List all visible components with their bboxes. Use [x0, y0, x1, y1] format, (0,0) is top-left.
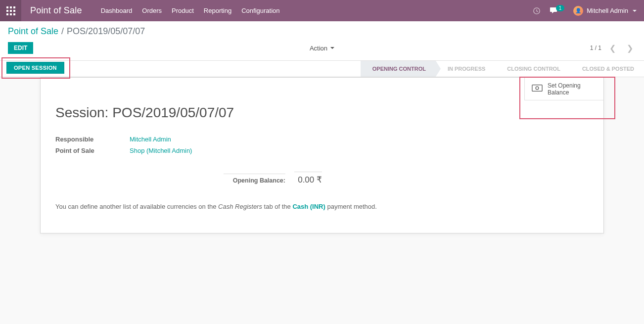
note-part-a: You can define another list of available… [55, 203, 218, 210]
top-navbar: Point of Sale Dashboard Orders Product R… [0, 0, 644, 21]
status-step-closed-posted[interactable]: CLOSED & POSTED [570, 61, 644, 77]
svg-rect-0 [6, 6, 8, 8]
note-part-c: tab of the [262, 203, 292, 210]
svg-rect-5 [13, 10, 15, 12]
nav-item-configuration[interactable]: Configuration [236, 0, 284, 21]
opening-balance-label: Opening Balance: [224, 174, 285, 184]
message-count-badge: 1 [556, 5, 565, 11]
opening-balance-value: 0.00 ₹ [294, 172, 322, 185]
breadcrumb-sep: / [61, 26, 64, 37]
nav-item-orders[interactable]: Orders [137, 0, 167, 21]
svg-rect-3 [6, 10, 8, 12]
currency-note: You can define another list of available… [55, 201, 589, 213]
field-group: Responsible Mitchell Admin Point of Sale… [55, 136, 313, 154]
nav-item-product[interactable]: Product [167, 0, 199, 21]
pos-value[interactable]: Shop (Mitchell Admin) [130, 147, 192, 154]
pos-label: Point of Sale [55, 147, 130, 154]
breadcrumb-root[interactable]: Point of Sale [8, 26, 58, 37]
grid-icon [6, 6, 15, 15]
status-step-in-progress[interactable]: IN PROGRESS [436, 61, 495, 77]
user-name: Mitchell Admin [587, 7, 628, 14]
cash-inr-link[interactable]: Cash (INR) [292, 203, 325, 210]
field-row-pos: Point of Sale Shop (Mitchell Admin) [55, 147, 313, 154]
nav-item-dashboard[interactable]: Dashboard [96, 0, 138, 21]
chevron-down-icon [330, 47, 334, 49]
pager-text: 1 / 1 [590, 45, 601, 51]
svg-rect-7 [10, 13, 12, 15]
sheet-container: Set Opening Balance Session: POS/2019/05… [0, 77, 644, 243]
pager: 1 / 1 ❮ ❯ [590, 43, 636, 54]
app-title: Point of Sale [21, 5, 96, 16]
svg-point-11 [536, 87, 539, 90]
note-cash-registers: Cash Registers [218, 203, 262, 210]
money-bill-icon [532, 84, 543, 93]
session-title: Session: POS/2019/05/07/07 [55, 105, 589, 121]
form-sheet: Set Opening Balance Session: POS/2019/05… [40, 77, 604, 233]
note-part-e: payment method. [325, 203, 377, 210]
apps-launcher-icon[interactable] [0, 0, 21, 21]
responsible-value[interactable]: Mitchell Admin [130, 136, 171, 143]
highlight-open-session: OPEN SESSION [1, 57, 70, 79]
action-label: Action [310, 45, 327, 52]
set-opening-balance-label: Set Opening Balance [548, 82, 598, 96]
status-step-closing-control[interactable]: CLOSING CONTROL [495, 61, 570, 77]
field-row-responsible: Responsible Mitchell Admin [55, 136, 313, 143]
control-panel: Point of Sale / POS/2019/05/07/07 EDIT A… [0, 21, 644, 61]
pager-next-icon[interactable]: ❯ [624, 43, 636, 54]
statusbar: OPEN SESSION OPENING CONTROL IN PROGRESS… [0, 61, 644, 77]
svg-rect-10 [532, 85, 542, 92]
edit-button[interactable]: EDIT [8, 42, 33, 54]
nav-menu: Dashboard Orders Product Reporting Confi… [96, 0, 285, 21]
opening-balance-row: Opening Balance: 0.00 ₹ [224, 172, 589, 185]
open-session-button[interactable]: OPEN SESSION [6, 62, 64, 74]
nav-item-reporting[interactable]: Reporting [199, 0, 236, 21]
responsible-label: Responsible [55, 136, 130, 143]
discuss-icon[interactable]: 1 [550, 7, 565, 14]
set-opening-balance-button[interactable]: Set Opening Balance [524, 78, 603, 100]
svg-rect-1 [10, 6, 12, 8]
action-dropdown[interactable]: Action [310, 45, 334, 52]
svg-rect-8 [13, 13, 15, 15]
button-box: Set Opening Balance [524, 78, 603, 100]
breadcrumb-current: POS/2019/05/07/07 [67, 26, 145, 37]
user-menu[interactable]: 👤 Mitchell Admin [573, 6, 637, 16]
breadcrumb: Point of Sale / POS/2019/05/07/07 [8, 26, 145, 37]
svg-rect-6 [6, 13, 8, 15]
avatar: 👤 [573, 6, 583, 16]
svg-rect-2 [13, 6, 15, 8]
pager-prev-icon[interactable]: ❮ [606, 43, 619, 54]
chevron-down-icon [633, 10, 637, 12]
svg-rect-4 [10, 10, 12, 12]
activity-clock-icon[interactable] [533, 7, 541, 15]
nav-right: 1 👤 Mitchell Admin [533, 6, 637, 16]
status-steps: OPENING CONTROL IN PROGRESS CLOSING CONT… [361, 61, 644, 77]
status-step-opening-control[interactable]: OPENING CONTROL [361, 61, 436, 77]
